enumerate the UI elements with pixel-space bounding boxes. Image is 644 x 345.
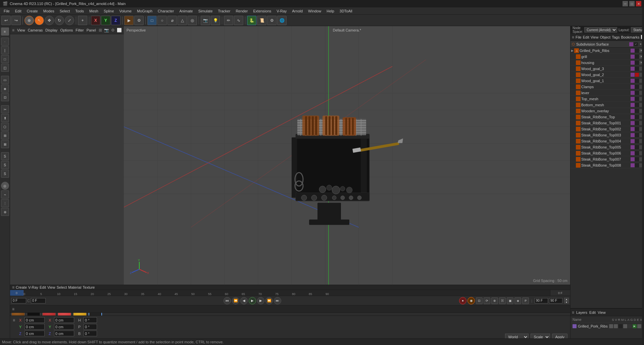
motion-path-btn[interactable]: ⟳ [484,297,490,304]
close-button[interactable]: ✕ [636,1,641,6]
obj-rib-top[interactable]: Steak_RibBone_Top [571,114,644,120]
y-axis-btn[interactable]: Y [101,16,110,25]
menu-extensions[interactable]: Extensions [251,8,274,14]
minimize-button[interactable]: ─ [623,1,628,6]
obj-topmesh[interactable]: Top_mesh [571,96,644,102]
x-axis-btn[interactable]: X [91,16,100,25]
rib002-vis[interactable] [635,127,639,131]
material-outdoor[interactable]: Outdoor [27,313,40,315]
add-object[interactable]: + [78,16,87,25]
go-end-button[interactable]: ⏭ [274,297,281,304]
z-pos-input[interactable] [24,331,45,336]
render-settings[interactable]: ⚙ [134,16,144,25]
tl-menu-material[interactable]: Material [68,285,81,289]
shape-btn[interactable]: ▣ [507,297,513,304]
cube-primitive[interactable]: □ [147,16,157,25]
objmgr-menu-file[interactable]: File [576,35,582,39]
layer-btn-m[interactable] [623,324,627,328]
weight-btn[interactable]: ◈ [514,297,521,304]
rib002-color[interactable] [631,127,635,131]
layer-btn-l[interactable] [628,324,632,328]
lever-color[interactable] [631,91,635,95]
rib006-vis[interactable] [635,151,639,155]
extrude-tool[interactable]: ⬆ [1,114,9,122]
cylinder-primitive[interactable]: ⌀ [167,16,177,25]
wood1-color[interactable] [631,79,635,83]
material-coals2[interactable]: Coals_2_ [58,313,71,315]
mode-object[interactable]: ≡ [1,27,9,36]
select-loop[interactable]: ⊡ [1,93,9,101]
rib008-vis[interactable] [635,163,639,167]
end-frame2-input[interactable] [549,298,562,303]
x-rot-input[interactable] [54,317,74,323]
menu-3dtoall[interactable]: 3DToAll [337,8,355,14]
clamps-color[interactable] [631,85,635,89]
material-pork-rib[interactable]: Pork_Rib [11,313,25,315]
menu-arnold[interactable]: Arnold [290,8,305,14]
obj-color-ribs[interactable] [631,49,635,53]
end-frame-input[interactable] [535,298,548,303]
record-button[interactable]: ● [459,297,466,304]
layer-btn-r[interactable] [618,324,623,328]
menu-mograph[interactable]: MoGraph [135,8,155,14]
z-rot-input[interactable] [54,331,74,336]
bottommesh-color[interactable] [631,103,635,107]
camera-btn[interactable]: 📷 [201,16,210,25]
wood1-vis[interactable] [635,79,639,83]
tl-menu-view[interactable]: View [47,285,55,289]
menu-create[interactable]: Create [24,8,40,14]
key-frame-btn[interactable]: ⊡ [476,297,483,304]
sculpt-tool[interactable]: S [1,152,9,160]
obj-rib002[interactable]: Steak_RibBone_Top002 [571,126,644,132]
cone-primitive[interactable]: △ [178,16,187,25]
rib001-color[interactable] [631,121,635,125]
next-key-button[interactable]: ▶ [257,297,264,304]
auto-key-button[interactable]: ◉ [467,297,475,304]
menu-select[interactable]: Select [57,8,72,14]
subsurf-color-btn[interactable] [629,42,633,46]
sphere-primitive[interactable]: ○ [157,16,167,25]
p-input[interactable] [84,324,97,330]
subsurf-check-btn[interactable]: ✓ [634,42,638,46]
h-input[interactable] [84,317,97,323]
menu-simulate[interactable]: Simulate [196,8,215,14]
lever-vis[interactable] [635,91,639,95]
obj-rib001[interactable]: Steak_RibBone_Top001 [571,120,644,126]
rib004-vis[interactable] [635,139,639,143]
topmesh-vis[interactable] [635,97,639,101]
rotate-tool[interactable]: ↻ [55,16,64,25]
menu-file[interactable]: File [1,8,12,14]
layers-data-row[interactable]: Grilled_Pork_Ribs ▶ [572,323,643,330]
scale-select[interactable]: Scale Size [531,334,550,338]
material-bbq[interactable]: BBQ_Ha [89,313,102,315]
mat-toggle[interactable]: ≡ [12,307,14,311]
x-pos-input[interactable] [24,317,45,323]
extra-tool[interactable]: ⊛ [1,208,9,216]
rib008-color[interactable] [631,163,635,167]
light-btn[interactable]: 💡 [211,16,220,25]
obj-grill[interactable]: grill ✕ [571,54,644,60]
rib007-vis[interactable] [635,157,639,161]
undo-button[interactable]: ↩ [1,16,11,25]
tl-menu-vray[interactable]: V-Ray [28,285,38,289]
paint-tool[interactable]: S [1,161,9,169]
move-button[interactable]: ⊕ [24,16,34,25]
viewport-canvas[interactable]: Perspective Default Camera.* Grid Spacin… [124,26,570,285]
wood2-color[interactable] [631,73,635,77]
weight-tool[interactable]: ⌁ [1,190,9,198]
pose-btn[interactable]: P [522,297,529,304]
bone-btn[interactable]: ☵ [499,297,506,304]
menu-tools[interactable]: Tools [73,8,86,14]
next-frame-button[interactable]: ⏩ [265,297,273,304]
layer-btn-g[interactable] [637,324,641,328]
obj-wood1[interactable]: Wood_goal_1 [571,78,644,84]
rib006-color[interactable] [631,151,635,155]
vp-icon-maximize[interactable]: ⬜ [117,28,122,33]
prev-key-button[interactable]: ◀ [240,297,248,304]
maximize-button[interactable]: □ [629,1,635,6]
tl-menu-edit[interactable]: Edit [40,285,46,289]
rib003-vis[interactable] [635,133,639,137]
weld-tool[interactable]: ⊠ [1,140,9,148]
vp-toggle-icon[interactable]: ≡ [12,28,14,33]
rib005-vis[interactable] [635,145,639,149]
